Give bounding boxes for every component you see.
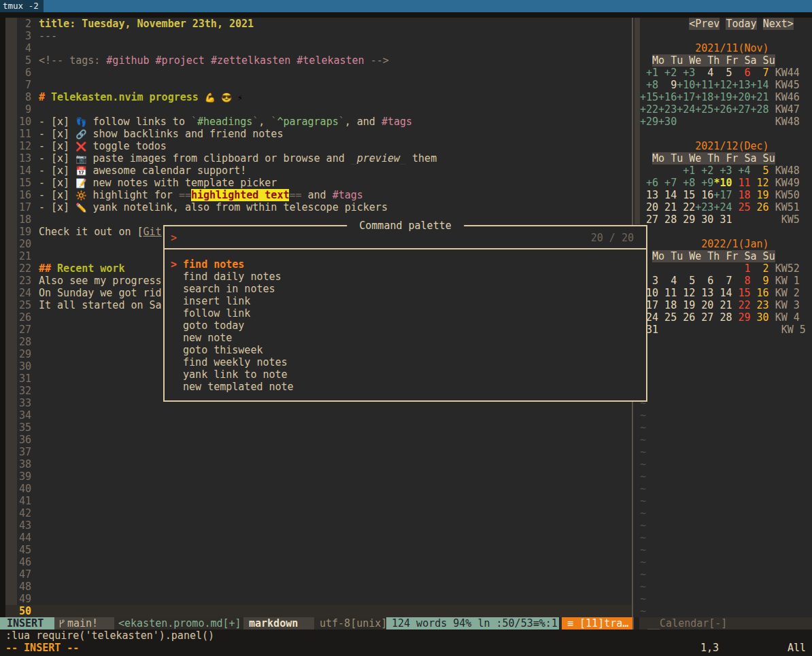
calendar-day[interactable]: 30 <box>751 311 769 324</box>
calendar-day[interactable]: +11 <box>695 79 713 91</box>
calendar-day[interactable]: +1 <box>640 67 658 79</box>
calendar-day[interactable]: +8 <box>677 177 695 189</box>
calendar-day[interactable]: +22 <box>640 103 658 116</box>
calendar-day[interactable]: +19 <box>713 91 732 103</box>
calendar-day[interactable]: 12 <box>751 177 769 189</box>
calendar-day[interactable]: +24 <box>677 103 695 116</box>
calendar-day[interactable]: 15 <box>732 287 750 299</box>
palette-item[interactable]: new note <box>165 332 646 344</box>
calendar-day[interactable]: 31 <box>713 213 732 226</box>
calendar-day[interactable]: 6 <box>732 67 750 79</box>
calendar-day[interactable]: 4 <box>658 275 677 287</box>
calendar-day[interactable]: 21 <box>713 299 732 311</box>
calendar-nav-today[interactable]: Today <box>726 18 756 30</box>
calendar-day[interactable]: 12 <box>677 287 695 299</box>
calendar-day[interactable]: +14 <box>751 79 769 91</box>
calendar-day[interactable]: +28 <box>751 103 769 116</box>
calendar-day[interactable]: +16 <box>658 91 677 103</box>
calendar-day[interactable]: +29 <box>640 116 658 128</box>
calendar-day[interactable]: +20 <box>732 91 750 103</box>
calendar-day[interactable]: 4 <box>695 67 713 79</box>
palette-item[interactable]: insert link <box>165 295 646 307</box>
calendar-day[interactable]: 26 <box>751 201 769 213</box>
calendar-day[interactable]: +23 <box>695 201 713 213</box>
calendar-day[interactable]: +3 <box>713 165 732 177</box>
palette-prompt-input[interactable]: > 20 / 20 <box>165 226 646 249</box>
palette-item[interactable]: goto today <box>165 320 646 332</box>
calendar-day[interactable]: 15 <box>677 189 695 201</box>
calendar-day[interactable]: +6 <box>640 177 658 189</box>
calendar-day[interactable]: 8 <box>732 275 750 287</box>
calendar-day[interactable]: 14 <box>713 287 732 299</box>
calendar-day[interactable]: 16 <box>695 189 713 201</box>
calendar-day[interactable]: 19 <box>751 189 769 201</box>
calendar-day[interactable]: 18 <box>732 189 750 201</box>
calendar-day[interactable]: 28 <box>658 213 677 226</box>
calendar-day[interactable]: +25 <box>695 103 713 116</box>
calendar-day[interactable]: 20 <box>640 201 658 213</box>
palette-item[interactable]: yank link to note <box>165 368 646 381</box>
calendar-day[interactable]: 7 <box>713 275 732 287</box>
calendar-day[interactable]: 22 <box>677 201 695 213</box>
calendar-day[interactable]: 29 <box>677 213 695 226</box>
calendar-window[interactable]: <Prev Today Next> 2021/11(Nov) Mo Tu We … <box>640 18 812 617</box>
calendar-day[interactable]: 27 <box>640 213 658 226</box>
calendar-day[interactable]: 5 <box>751 165 769 177</box>
calendar-day[interactable]: 14 <box>658 189 677 201</box>
palette-item[interactable]: new templated note <box>165 381 646 393</box>
calendar-day[interactable]: +24 <box>713 201 732 213</box>
calendar-day[interactable]: 27 <box>695 311 713 324</box>
calendar-day[interactable]: 5 <box>713 67 732 79</box>
calendar-day[interactable]: 6 <box>695 275 713 287</box>
calendar-day[interactable]: 5 <box>677 275 695 287</box>
calendar-day[interactable]: +15 <box>640 91 658 103</box>
palette-item[interactable]: follow link <box>165 307 646 320</box>
calendar-day[interactable]: +27 <box>732 103 750 116</box>
calendar-day[interactable]: +12 <box>713 79 732 91</box>
calendar-day[interactable]: +13 <box>732 79 750 91</box>
calendar-day[interactable]: +8 <box>640 79 658 91</box>
calendar-day[interactable]: 11 <box>658 287 677 299</box>
calendar-day[interactable]: +26 <box>713 103 732 116</box>
calendar-day[interactable]: 23 <box>751 299 769 311</box>
palette-item[interactable]: goto thisweek <box>165 344 646 356</box>
calendar-day[interactable]: +17 <box>713 189 732 201</box>
calendar-day[interactable]: +17 <box>677 91 695 103</box>
calendar-day[interactable]: 25 <box>658 311 677 324</box>
calendar-day[interactable]: +2 <box>695 165 713 177</box>
scrollbar-thumb[interactable] <box>635 18 640 224</box>
calendar-day[interactable]: 9 <box>658 79 677 91</box>
calendar-day[interactable]: +10 <box>677 79 695 91</box>
calendar-day[interactable]: 2 <box>751 262 769 275</box>
calendar-day[interactable]: +30 <box>658 116 677 128</box>
calendar-day[interactable]: 25 <box>732 201 750 213</box>
calendar-day[interactable]: 13 <box>695 287 713 299</box>
calendar-day[interactable]: 29 <box>732 311 750 324</box>
calendar-day[interactable]: *10 <box>713 177 732 189</box>
calendar-day[interactable]: +2 <box>658 67 677 79</box>
calendar-day[interactable]: 19 <box>677 299 695 311</box>
calendar-day[interactable]: 30 <box>695 213 713 226</box>
calendar-day[interactable]: 13 <box>640 189 658 201</box>
calendar-nav-prev[interactable]: <Prev <box>689 18 720 30</box>
palette-item[interactable]: > find notes <box>165 258 646 271</box>
calendar-day[interactable]: 11 <box>732 177 750 189</box>
calendar-day[interactable]: 7 <box>751 67 769 79</box>
calendar-day[interactable]: +21 <box>751 91 769 103</box>
calendar-day[interactable]: 18 <box>658 299 677 311</box>
calendar-day[interactable]: 1 <box>732 262 750 275</box>
calendar-day[interactable]: 21 <box>658 201 677 213</box>
calendar-day[interactable]: +1 <box>677 165 695 177</box>
calendar-day[interactable]: 22 <box>732 299 750 311</box>
calendar-day[interactable]: +7 <box>658 177 677 189</box>
calendar-day[interactable]: +23 <box>658 103 677 116</box>
calendar-day[interactable]: +4 <box>732 165 750 177</box>
calendar-day[interactable]: +18 <box>695 91 713 103</box>
palette-item[interactable]: find weekly notes <box>165 356 646 368</box>
calendar-day[interactable]: 9 <box>751 275 769 287</box>
palette-item[interactable]: search in notes <box>165 283 646 295</box>
calendar-day[interactable]: 16 <box>751 287 769 299</box>
command-line[interactable]: :lua require('telekasten').panel() <box>5 629 812 642</box>
calendar-day[interactable]: +9 <box>695 177 713 189</box>
calendar-day[interactable]: 20 <box>695 299 713 311</box>
